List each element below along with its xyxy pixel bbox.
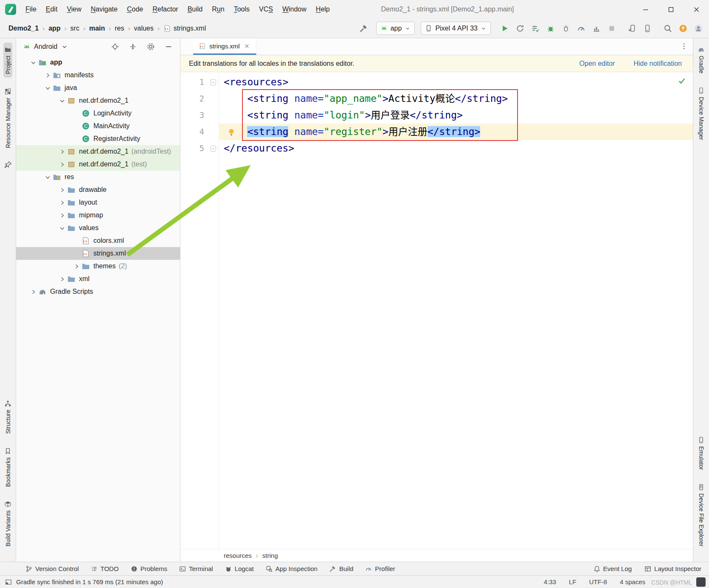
collapse-all-button[interactable] [127,40,139,53]
indent-size[interactable]: 4 spaces [620,578,645,585]
chevron-right-icon[interactable] [57,148,67,155]
breadcrumb-values[interactable]: values [134,25,154,32]
hide-notification-link[interactable]: Hide notification [633,60,682,68]
breadcrumb-demo2-1[interactable]: Demo2_1 [8,25,39,32]
apply-changes-button[interactable] [514,22,526,35]
tree-item-drawable[interactable]: drawable [16,183,180,196]
toolwindow-app-inspection[interactable]: App Inspection [266,565,318,572]
menu-build[interactable]: Build [183,3,207,15]
breadcrumb-main[interactable]: main [89,25,105,32]
breadcrumb-app[interactable]: app [48,25,60,32]
menu-file[interactable]: File [21,3,41,15]
run-configuration-selector[interactable]: app [376,22,415,35]
chevron-down-icon[interactable] [61,43,68,51]
run-button[interactable] [498,22,511,35]
apply-code-changes-button[interactable] [529,22,542,35]
toolwindow-layout-inspector[interactable]: Layout Inspector [644,565,701,572]
code-line-5[interactable]: 5−</resources> [180,140,693,157]
tree-item-values[interactable]: values [16,222,180,234]
menu-vcs[interactable]: VCS [255,3,277,15]
toolwindow-logcat[interactable]: Logcat [225,565,254,572]
tree-item-net-drf-demo2-1[interactable]: net.drf.demo2_1 [16,94,180,107]
locate-button[interactable] [109,40,121,53]
tree-item-gradle-scripts[interactable]: Gradle Scripts [16,285,180,298]
toolwindow-problems[interactable]: Problems [131,565,167,572]
close-icon[interactable] [243,42,250,50]
line-separator[interactable]: LF [569,578,577,585]
menu-code[interactable]: Code [123,3,147,15]
bookmark-pin-button[interactable] [2,158,14,171]
code-editor[interactable]: 1−<resources>2 <string name="app_name">A… [180,72,693,549]
menu-navigate[interactable]: Navigate [87,3,122,15]
menu-view[interactable]: View [62,3,85,15]
tree-item-registeractivity[interactable]: CRegisterActivity [16,132,180,145]
open-editor-link[interactable]: Open editor [580,60,615,68]
tool-stripe-device-file-explorer[interactable]: Device File Explorer [697,480,706,550]
tree-item-xml[interactable]: xml [16,273,180,285]
profile-app-button[interactable] [590,22,603,35]
toolwindow-todo[interactable]: TODO [91,565,119,572]
chevron-right-icon[interactable] [57,276,67,282]
tree-item-manifests[interactable]: manifests [16,69,180,82]
caret-position[interactable]: 4:33 [544,578,556,585]
chevron-down-icon[interactable] [42,84,53,91]
tree-item-res[interactable]: res [16,171,180,183]
settings-button[interactable] [144,40,157,53]
attach-debugger-button[interactable] [560,22,572,35]
code-line-1[interactable]: 1−<resources> [180,74,693,90]
tool-stripe-gradle[interactable]: Gradle [697,42,706,77]
tool-stripe-emulator[interactable]: Emulator [697,433,706,473]
toolwindow-event-log[interactable]: Event Log [594,565,632,572]
chevron-right-icon[interactable] [57,199,67,206]
tree-item-loginactivity[interactable]: CLoginActivity [16,107,180,120]
chevron-right-icon[interactable] [71,263,82,270]
breadcrumb-src[interactable]: src [70,25,79,32]
editor-breadcrumb-resources[interactable]: resources [224,552,252,559]
code-line-4[interactable]: 4 <string name="register">用户注册</string> [180,124,693,140]
chevron-down-icon[interactable] [42,174,53,180]
tree-item-net-drf-demo2-1-androidtest[interactable]: net.drf.demo2_1(androidTest) [16,145,180,158]
close-button[interactable] [684,0,709,19]
device-selector[interactable]: Pixel 4 API 33 [421,22,491,35]
toolwindow-version-control[interactable]: Version Control [25,565,79,572]
tool-stripe-structure[interactable]: Structure [3,397,12,437]
tree-item-mipmap[interactable]: mipmap [16,209,180,222]
search-button[interactable] [661,22,674,35]
tool-stripe-build-variants[interactable]: Build Variants [3,497,12,550]
code-line-2[interactable]: 2 <string name="app_name">Activity概论</st… [180,90,693,107]
tree-item-themes-2[interactable]: themes(2) [16,260,180,273]
bulb-icon[interactable] [227,128,236,136]
avatar-button[interactable] [692,22,705,35]
chevron-right-icon[interactable] [28,288,38,295]
device-mirror-button[interactable] [626,22,639,35]
hide-button[interactable] [162,40,175,53]
device-manager-button[interactable] [641,22,654,35]
tree-item-layout[interactable]: layout [16,196,180,209]
tool-stripe-resource-manager[interactable]: Resource Manager [3,84,12,152]
menu-run[interactable]: Run [208,3,228,15]
editor-tab-strings-xml[interactable]: strings.xml [193,38,256,55]
editor-breadcrumb-string[interactable]: string [262,552,278,559]
chevron-down-icon[interactable] [28,59,38,66]
chevron-right-icon[interactable] [57,186,67,193]
tool-stripe-device-manager[interactable]: Device Manager [697,84,706,143]
menu-window[interactable]: Window [278,3,311,15]
chevron-down-icon[interactable] [57,97,67,104]
tree-item-java[interactable]: java [16,82,180,94]
project-view-selector[interactable]: Android [34,43,57,51]
tree-item-colors-xml[interactable]: colors.xml [16,234,180,247]
toolwindow-build[interactable]: Build [329,565,353,572]
toolwindow-profiler[interactable]: Profiler [365,565,395,572]
build-project-button[interactable] [357,22,370,35]
profiler-button[interactable] [575,22,588,35]
file-encoding[interactable]: UTF-8 [589,578,607,585]
tree-item-app[interactable]: app [16,56,180,69]
menu-tools[interactable]: Tools [230,3,254,15]
menu-edit[interactable]: Edit [42,3,62,15]
tree-item-net-drf-demo2-1-test[interactable]: net.drf.demo2_1(test) [16,158,180,171]
tree-item-mainactivity[interactable]: CMainActivity [16,120,180,132]
tool-stripe-bookmarks[interactable]: Bookmarks [3,444,12,490]
toolwindow-terminal[interactable]: Terminal [179,565,213,572]
menu-refactor[interactable]: Refactor [148,3,182,15]
more-options-icon[interactable] [680,42,688,50]
